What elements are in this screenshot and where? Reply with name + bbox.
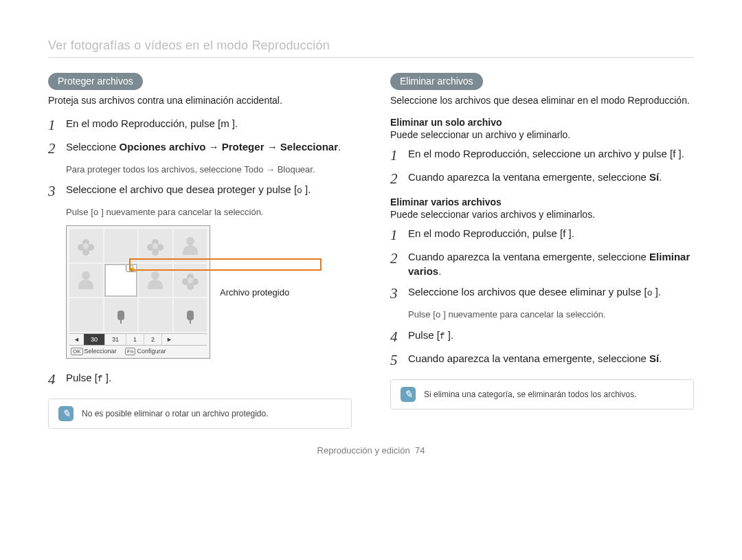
illustration-row: 🔒 ◄ 30 31 1 2 — [66, 225, 352, 359]
mic-icon — [187, 311, 194, 320]
step-4-text: Pulse [f ]. — [66, 371, 111, 385]
section-pill-eliminar: Eliminar archivos — [390, 73, 483, 90]
note-icon: ✎ — [58, 406, 74, 421]
lock-icon: 🔒 — [126, 264, 137, 272]
thumb — [139, 229, 172, 262]
step-1: En el modo Reproducción, pulse [m ]. — [48, 117, 352, 133]
intro-eliminar: Seleccione los archivos que desea elimin… — [390, 94, 694, 107]
callout-label: Archivo protegido — [220, 287, 289, 298]
thumb-selected: 🔒 — [104, 264, 138, 298]
column-eliminar: Eliminar archivos Seleccione los archivo… — [390, 73, 694, 429]
caret-left-icon: ◄ — [69, 334, 84, 345]
s2-step-1-text: En el modo Reproducción, pulse [f ]. — [408, 227, 574, 240]
bust-icon — [181, 237, 199, 255]
s2-step-4: Pulse [f ]. — [390, 328, 694, 345]
thumb — [69, 264, 103, 298]
subhead-multi: Eliminar varios archivos — [390, 197, 694, 208]
s1-step-1-text: En el modo Reproducción, seleccione un a… — [408, 147, 684, 161]
subhead-single: Eliminar un solo archivo — [390, 117, 694, 128]
step-3: Seleccione el archivo que desea proteger… — [48, 183, 352, 199]
camera-screen: 🔒 ◄ 30 31 1 2 — [66, 225, 210, 359]
note-box: ✎ Si elimina una categoría, se eliminará… — [390, 379, 694, 410]
caret-right-icon: ► — [162, 334, 177, 345]
flower-icon — [183, 273, 197, 287]
flower-icon — [79, 239, 93, 253]
s2-step-2-text: Cuando aparezca la ventana emergente, se… — [408, 250, 694, 278]
thumb — [174, 264, 207, 298]
thumb — [69, 298, 103, 332]
tab: 30 — [84, 334, 105, 345]
s1-step-1: En el modo Reproducción, seleccione un a… — [390, 147, 694, 164]
subtext-single: Puede seleccionar un archivo y eliminarl… — [390, 129, 694, 140]
tab: 1 — [126, 334, 144, 345]
s2-step-5: Cuando aparezca la ventana emergente, se… — [390, 352, 694, 368]
note-box: ✎ No es posible eliminar o rotar un arch… — [48, 399, 352, 429]
page-title: Ver fotografías o vídeos en el modo Repr… — [48, 38, 694, 58]
thumb — [69, 229, 103, 262]
note-text: No es posible eliminar o rotar un archiv… — [82, 409, 268, 418]
ok-key-icon: OK — [71, 348, 83, 355]
note-icon: ✎ — [401, 387, 416, 402]
s2-step-4-text: Pulse [f ]. — [408, 328, 453, 343]
step-3-sub: Pulse [o ] nuevamente para cancelar la s… — [66, 206, 352, 219]
thumb — [104, 298, 138, 332]
fn-key-icon: Fn — [125, 348, 135, 355]
tab: 31 — [105, 334, 126, 345]
step-4: Pulse [f ]. — [48, 371, 352, 388]
step-1-text: En el modo Reproducción, pulse [m ]. — [66, 117, 238, 131]
s2-step-1: En el modo Reproducción, pulse [f ]. — [390, 227, 694, 243]
s2-step-5-text: Cuando aparezca la ventana emergente, se… — [408, 352, 662, 366]
note-text: Si elimina una categoría, se eliminarán … — [424, 390, 637, 399]
section-pill-proteger: Proteger archivos — [48, 73, 143, 90]
flower-icon — [148, 239, 162, 253]
thumb — [139, 298, 172, 332]
s2-step-2: Cuando aparezca la ventana emergente, se… — [390, 250, 694, 278]
thumb — [174, 298, 207, 332]
step-3-text: Seleccione el archivo que desea proteger… — [66, 183, 311, 197]
s1-step-2-text: Cuando aparezca la ventana emergente, se… — [408, 170, 662, 184]
step-2-text: Seleccione Opciones archivo → Proteger →… — [66, 140, 341, 154]
column-proteger: Proteger archivos Proteja sus archivos c… — [48, 73, 352, 429]
thumb — [104, 229, 138, 262]
mic-icon — [117, 311, 124, 320]
thumb — [174, 229, 207, 262]
bust-icon — [77, 271, 95, 289]
intro-proteger: Proteja sus archivos contra una eliminac… — [48, 94, 352, 107]
step-2-sub: Para proteger todos los archivos, selecc… — [66, 164, 352, 176]
s2-step-3-sub: Pulse [o ] nuevamente para cancelar la s… — [408, 309, 694, 322]
status-bar: OKSeleccionar FnConfigurar — [69, 345, 207, 357]
subtext-multi: Puede seleccionar varios archivos y elim… — [390, 209, 694, 220]
s2-step-3-text: Seleccione los archivos que desee elimin… — [408, 285, 661, 300]
bust-icon — [146, 271, 164, 289]
thumb — [139, 264, 172, 298]
tab: 2 — [144, 334, 162, 345]
s1-step-2: Cuando aparezca la ventana emergente, se… — [390, 170, 694, 187]
calendar-tabs: ◄ 30 31 1 2 ► — [69, 333, 207, 345]
step-2: Seleccione Opciones archivo → Proteger →… — [48, 140, 352, 157]
page-footer: Reproducción y edición 74 — [48, 445, 694, 456]
s2-step-3: Seleccione los archivos que desee elimin… — [390, 285, 694, 302]
